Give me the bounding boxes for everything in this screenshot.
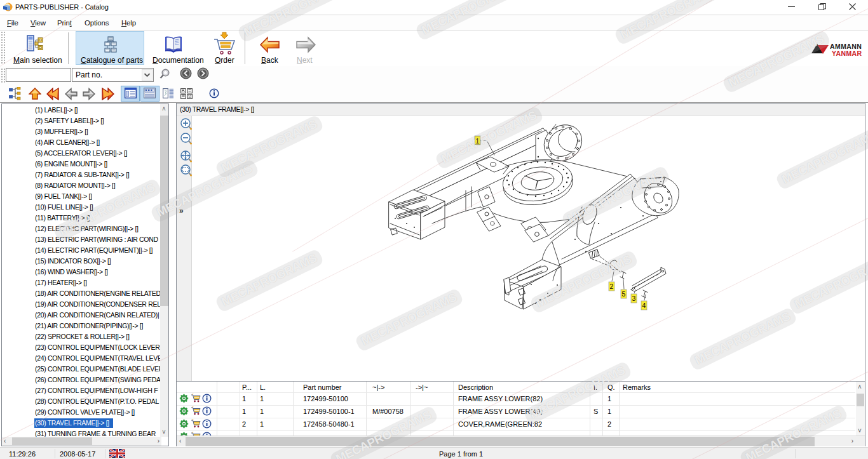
svg-text:4: 4 xyxy=(642,302,646,309)
svg-text:2: 2 xyxy=(610,283,614,290)
svg-text:3: 3 xyxy=(632,295,636,302)
svg-text:5: 5 xyxy=(622,290,626,298)
svg-text:YANMAR: YANMAR xyxy=(832,50,862,57)
